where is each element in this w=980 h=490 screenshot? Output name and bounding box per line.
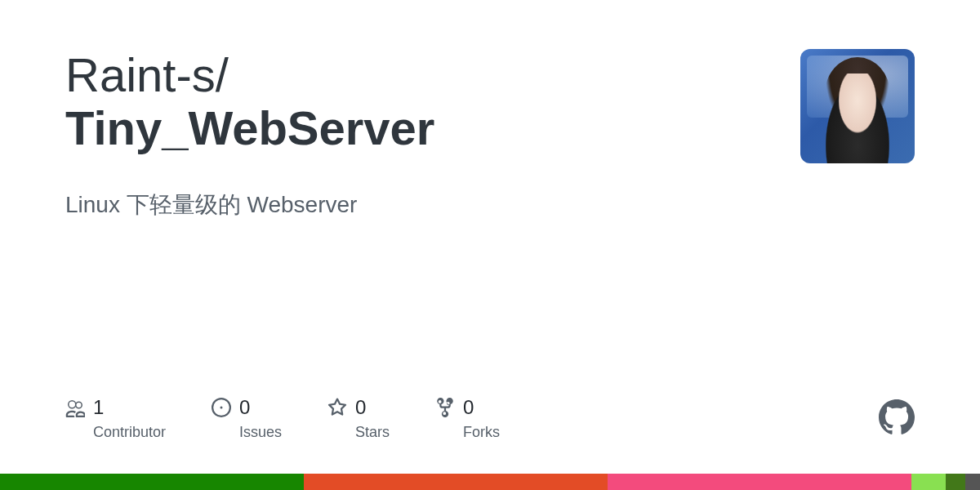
stat-stars[interactable]: 0 Stars [327, 396, 390, 441]
stat-stars-value: 0 [355, 396, 366, 419]
language-segment [946, 474, 965, 490]
stat-contributors-value: 1 [93, 396, 104, 419]
issue-icon [212, 398, 231, 417]
language-segment [911, 474, 946, 490]
repo-owner[interactable]: Raint-s [65, 48, 216, 101]
language-color-bar [0, 474, 980, 490]
stat-issues[interactable]: 0 Issues [212, 396, 282, 441]
repo-description: Linux 下轻量级的 Webserver [65, 189, 915, 220]
language-segment [0, 474, 304, 490]
stat-stars-label: Stars [355, 424, 390, 441]
language-segment [304, 474, 608, 490]
stat-contributors[interactable]: 1 Contributor [65, 396, 166, 441]
stat-contributors-label: Contributor [93, 424, 166, 441]
repo-separator: / [216, 48, 229, 101]
stat-issues-label: Issues [239, 424, 282, 441]
avatar[interactable] [800, 49, 915, 163]
repo-title-block: Raint-s/ Tiny_WebServer [65, 49, 800, 155]
stats-group: 1 Contributor 0 Issues 0 [65, 396, 500, 441]
github-logo-icon[interactable] [879, 399, 915, 439]
star-icon [327, 398, 347, 417]
repo-name[interactable]: Tiny_WebServer [65, 101, 800, 156]
people-icon [65, 398, 85, 417]
stat-forks-value: 0 [463, 396, 474, 419]
repo-owner-line: Raint-s/ [65, 49, 800, 101]
language-segment [608, 474, 911, 490]
fork-icon [435, 398, 455, 417]
stat-issues-value: 0 [239, 396, 250, 419]
stat-forks[interactable]: 0 Forks [435, 396, 500, 441]
language-segment [965, 474, 980, 490]
stat-forks-label: Forks [463, 424, 500, 441]
